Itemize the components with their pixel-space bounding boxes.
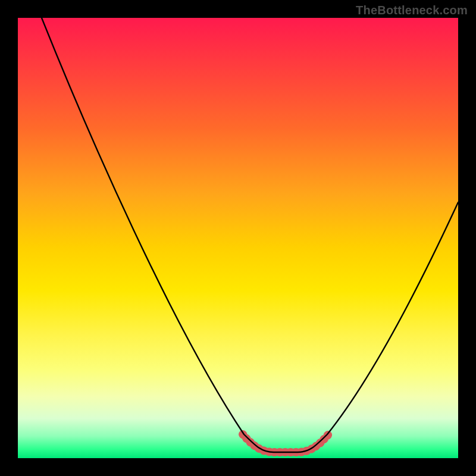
chart-frame: TheBottleneck.com [0, 0, 476, 476]
watermark-text: TheBottleneck.com [356, 4, 468, 17]
bottleneck-curve [42, 18, 458, 452]
curve-layer [18, 18, 458, 458]
plot-area [18, 18, 458, 458]
optimal-zone-stroke [243, 434, 328, 452]
